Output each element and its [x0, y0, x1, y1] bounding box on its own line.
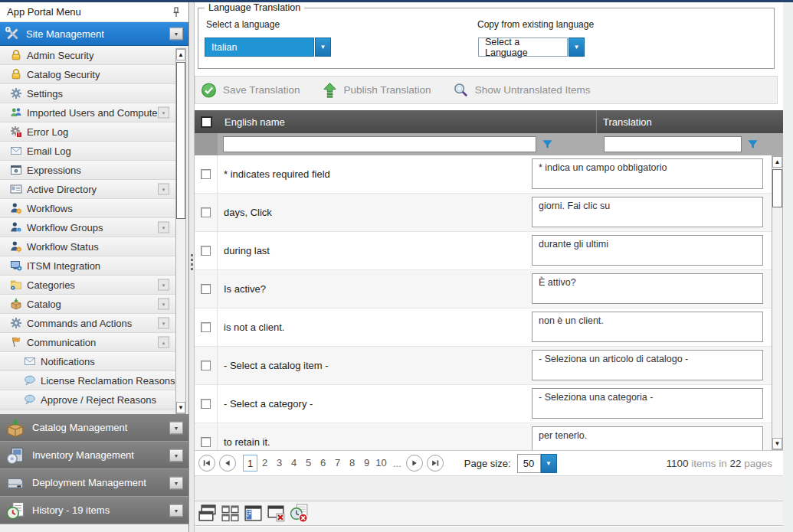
- column-header-translation[interactable]: Translation: [597, 116, 783, 128]
- scroll-up-arrow[interactable]: ▲: [176, 49, 185, 60]
- page-number-1[interactable]: 1: [243, 455, 257, 472]
- sidebar-item-active-directory[interactable]: Active Directory▼: [0, 180, 179, 199]
- english-filter-input[interactable]: [223, 136, 536, 152]
- translation-textarea[interactable]: durante gli ultimi: [532, 235, 763, 266]
- scroll-down-arrow[interactable]: ▼: [176, 402, 185, 413]
- page-number-9[interactable]: 9: [359, 455, 374, 472]
- pin-icon[interactable]: [170, 6, 182, 18]
- expand-item-button[interactable]: ▼: [158, 279, 169, 291]
- sidebar-section-catalog-management[interactable]: Catalog Management▼: [0, 414, 188, 442]
- translation-filter-input[interactable]: [604, 136, 742, 152]
- sidebar-item-itsm-integration[interactable]: ITSM Integration: [0, 256, 179, 276]
- translation-textarea[interactable]: * indica un campo obbligatorio: [532, 158, 763, 189]
- sidebar-item-categories[interactable]: Categories▼: [0, 276, 179, 295]
- page-size-value[interactable]: 50: [517, 454, 541, 473]
- expand-item-button[interactable]: ▼: [158, 184, 169, 195]
- sidebar-item-email-log[interactable]: Email Log: [0, 142, 179, 161]
- scroll-thumb[interactable]: [772, 169, 782, 207]
- window-navigation-pane-icon[interactable]: [243, 503, 264, 524]
- page-number-5[interactable]: 5: [301, 455, 316, 472]
- page-number-8[interactable]: 8: [345, 455, 359, 472]
- filter-funnel-icon[interactable]: [747, 139, 759, 150]
- expand-item-button[interactable]: ▼: [158, 107, 169, 119]
- translation-textarea[interactable]: non è un client.: [532, 312, 763, 342]
- next-page-button[interactable]: [406, 455, 423, 472]
- sidebar-item-settings[interactable]: Settings: [0, 84, 179, 103]
- sidebar-item-notifications[interactable]: Notifications: [0, 352, 179, 371]
- translation-textarea[interactable]: - Seleziona una categoria -: [532, 388, 763, 419]
- page-size-dropdown-button[interactable]: ▼: [541, 454, 557, 473]
- section-expand-button[interactable]: ▼: [169, 476, 183, 489]
- row-checkbox[interactable]: [201, 284, 211, 294]
- sidebar-item-imported-users-and-computers[interactable]: Imported Users and Computers▼: [0, 103, 179, 122]
- collapse-item-button[interactable]: ▲: [158, 337, 169, 348]
- expand-item-button[interactable]: ▼: [158, 318, 169, 329]
- sidebar-item-commands-and-actions[interactable]: Commands and Actions▼: [0, 314, 179, 333]
- chevron-down-icon[interactable]: ▼: [569, 38, 585, 57]
- sidebar-item-workflow-status[interactable]: Workflow Status: [0, 237, 179, 256]
- sidebar-item-workflows[interactable]: Workflows: [0, 199, 179, 218]
- previous-page-button[interactable]: [219, 455, 236, 472]
- sidebar-section-inventory-management[interactable]: Inventory Management▼: [0, 442, 188, 469]
- page-number-7[interactable]: 7: [330, 455, 345, 472]
- translation-textarea[interactable]: È attivo?: [532, 273, 763, 304]
- section-expand-button[interactable]: ▼: [169, 421, 183, 434]
- sidebar-item-error-log[interactable]: !Error Log: [0, 122, 179, 142]
- sidebar-item-communication[interactable]: Communication▲: [0, 333, 179, 352]
- section-expand-button[interactable]: ▼: [169, 449, 183, 462]
- column-header-english[interactable]: English name: [218, 110, 597, 133]
- page-number-6[interactable]: 6: [316, 455, 330, 472]
- last-page-button[interactable]: [427, 455, 444, 472]
- language-select-dropdown[interactable]: Italian ▼: [205, 38, 331, 57]
- copy-language-dropdown[interactable]: Select a Language ▼: [478, 38, 585, 57]
- sidebar-item-expressions[interactable]: Expressions: [0, 161, 179, 180]
- language-select-value[interactable]: Italian: [205, 38, 314, 57]
- row-checkbox[interactable]: [201, 361, 211, 370]
- select-all-checkbox[interactable]: [201, 116, 212, 128]
- publish-translation-button[interactable]: Publish Translation: [322, 82, 431, 99]
- scroll-thumb[interactable]: [176, 62, 185, 219]
- filter-funnel-icon[interactable]: [542, 139, 553, 150]
- sidebar-section-site-management[interactable]: Site Management ▼: [0, 22, 188, 46]
- first-page-button[interactable]: [198, 455, 215, 472]
- sidebar-item-approve-reject-reasons[interactable]: Approve / Reject Reasons: [0, 390, 179, 410]
- close-window-icon[interactable]: [266, 503, 287, 524]
- save-translation-button[interactable]: Save Translation: [201, 82, 300, 99]
- scroll-down-arrow[interactable]: ▼: [772, 438, 782, 449]
- page-number-3[interactable]: 3: [272, 455, 287, 472]
- page-number-10[interactable]: 10: [374, 455, 388, 472]
- clear-history-icon[interactable]: [289, 503, 310, 524]
- chevron-down-icon[interactable]: ▼: [315, 38, 331, 57]
- sidebar-item-catalog-security[interactable]: Catalog Security: [0, 65, 179, 84]
- row-checkbox[interactable]: [201, 399, 211, 409]
- row-checkbox[interactable]: [201, 246, 211, 256]
- copy-language-value[interactable]: Select a Language: [478, 38, 568, 57]
- row-checkbox[interactable]: [201, 169, 211, 179]
- sidebar-item-admin-security[interactable]: Admin Security: [0, 46, 179, 65]
- scroll-track[interactable]: [772, 168, 782, 438]
- row-checkbox[interactable]: [201, 322, 211, 332]
- scroll-track[interactable]: [176, 60, 185, 402]
- sidebar-item-workflow-groups[interactable]: iWorkflow Groups▼: [0, 218, 179, 237]
- row-checkbox[interactable]: [201, 437, 211, 447]
- scroll-up-arrow[interactable]: ▲: [772, 156, 782, 168]
- sidebar-section-history-19-items[interactable]: History - 19 items▼: [0, 497, 188, 524]
- sidebar-item-catalog[interactable]: Catalog▼: [0, 295, 179, 314]
- page-ellipsis[interactable]: ...: [393, 458, 401, 469]
- translation-textarea[interactable]: giorni. Fai clic su: [532, 197, 763, 227]
- row-checkbox[interactable]: [201, 207, 211, 217]
- expand-item-button[interactable]: ▼: [158, 222, 169, 233]
- show-untranslated-button[interactable]: Show Untranslated Items: [453, 82, 591, 99]
- section-collapse-button[interactable]: ▼: [169, 28, 183, 41]
- save-check-icon: [201, 82, 217, 99]
- page-number-4[interactable]: 4: [287, 455, 301, 472]
- tile-windows-icon[interactable]: [220, 503, 241, 524]
- section-expand-button[interactable]: ▼: [169, 504, 183, 517]
- sidebar-item-license-reclamation-reasons[interactable]: License Reclamation Reasons: [0, 371, 179, 390]
- sidebar-section-deployment-management[interactable]: Deployment Management▼: [0, 469, 188, 497]
- translation-textarea[interactable]: - Seleziona un articolo di catalogo -: [532, 350, 763, 380]
- expand-item-button[interactable]: ▼: [158, 299, 169, 310]
- page-number-2[interactable]: 2: [257, 455, 272, 472]
- translation-textarea[interactable]: per tenerlo.: [532, 426, 763, 450]
- cascade-windows-icon[interactable]: [197, 503, 218, 524]
